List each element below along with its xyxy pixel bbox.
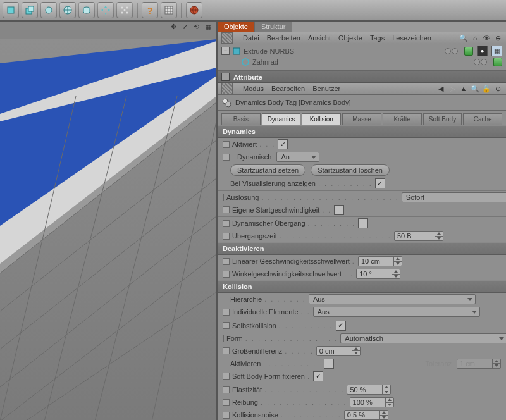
viewport-3d[interactable]: ✥ ⤢ ⟲ ▦ bbox=[0, 22, 218, 420]
menu-lesezeichen[interactable]: Lesezeichen bbox=[392, 34, 431, 42]
tree-row-extrude[interactable]: − Extrude-NURBS ● ▦ bbox=[221, 46, 502, 56]
tool-gear[interactable] bbox=[40, 2, 57, 18]
tab-kraefte[interactable]: Kräfte bbox=[383, 113, 422, 125]
tab-softbody[interactable]: Soft Body bbox=[423, 113, 462, 125]
tool-move[interactable] bbox=[97, 2, 114, 18]
tab-struktur[interactable]: Struktur bbox=[255, 22, 293, 32]
dropdown-form[interactable]: Automatisch bbox=[340, 333, 506, 343]
field-reibung[interactable]: 100 % bbox=[350, 397, 394, 407]
anim-dot[interactable] bbox=[223, 309, 230, 316]
visibility-dots[interactable] bbox=[474, 59, 487, 65]
extrude-icon bbox=[232, 47, 241, 56]
search-icon[interactable]: 🔍 bbox=[459, 34, 468, 42]
fwd-icon[interactable]: ▷ bbox=[448, 84, 457, 93]
tool-globe[interactable] bbox=[59, 2, 76, 18]
vp-zoom-icon[interactable]: ⤢ bbox=[182, 23, 191, 32]
tree-label[interactable]: Zahnrad bbox=[252, 58, 278, 66]
tree-label[interactable]: Extrude-NURBS bbox=[244, 47, 294, 55]
tab-basis[interactable]: Basis bbox=[221, 113, 261, 125]
dynamics-tag-icon[interactable]: ● bbox=[477, 46, 488, 56]
attr-menu-modus[interactable]: Modus bbox=[243, 85, 264, 92]
btn-start-clear[interactable]: Startzustand löschen bbox=[311, 164, 390, 176]
enable-check-icon[interactable] bbox=[464, 47, 473, 56]
search-icon[interactable]: 🔍 bbox=[471, 84, 479, 93]
toolbar-sep2 bbox=[181, 3, 182, 18]
back-icon[interactable]: ◀ bbox=[436, 84, 445, 93]
tool-tube[interactable] bbox=[78, 2, 95, 18]
tab-dynamics[interactable]: Dynamics bbox=[262, 113, 301, 125]
dock-grip-icon[interactable] bbox=[221, 83, 233, 94]
header-toggle[interactable] bbox=[221, 73, 230, 81]
btn-start-set[interactable]: Startzustand setzen bbox=[230, 164, 305, 176]
checkbox-eigene-start[interactable] bbox=[334, 205, 344, 215]
label-aktiviert: Aktiviert bbox=[232, 140, 257, 148]
vp-pan-icon[interactable]: ✥ bbox=[171, 23, 180, 32]
home-icon[interactable]: ⌂ bbox=[471, 34, 479, 42]
anim-dot[interactable] bbox=[223, 220, 230, 227]
render-tag-icon[interactable]: ▦ bbox=[491, 46, 502, 56]
vp-rotate-icon[interactable]: ⟲ bbox=[194, 23, 202, 32]
tab-cache[interactable]: Cache bbox=[463, 113, 502, 125]
checkbox-selbst[interactable] bbox=[336, 321, 346, 331]
checkbox-vis[interactable] bbox=[375, 178, 385, 188]
group-kollision: Kollision bbox=[218, 280, 506, 293]
tool-cube[interactable] bbox=[3, 2, 19, 18]
field-winkel-schwell[interactable]: 10 ° bbox=[356, 269, 400, 279]
dropdown-ausloesung[interactable]: Sofort bbox=[402, 192, 506, 202]
tree-row-zahnrad[interactable]: Zahnrad bbox=[221, 56, 502, 67]
eye-icon[interactable]: 👁 bbox=[482, 34, 491, 42]
tool-dots[interactable] bbox=[116, 2, 133, 18]
tool-help[interactable]: ? bbox=[142, 2, 158, 18]
checkbox-koll-aktivieren[interactable] bbox=[324, 359, 334, 369]
anim-dot[interactable] bbox=[223, 373, 230, 380]
tool-world[interactable] bbox=[186, 2, 202, 18]
field-elast[interactable]: 50 % bbox=[347, 385, 391, 395]
expand-icon[interactable]: − bbox=[221, 47, 230, 55]
field-uebergangszeit[interactable]: 50 B bbox=[394, 231, 443, 241]
dropdown-dynamisch[interactable]: An bbox=[276, 152, 319, 162]
tab-objekte[interactable]: Objekte bbox=[218, 22, 255, 32]
menu-ansicht[interactable]: Ansicht bbox=[308, 34, 331, 42]
menu-bearbeiten[interactable]: Bearbeiten bbox=[267, 34, 300, 42]
dropdown-hierarchie[interactable]: Aus bbox=[309, 294, 476, 304]
field-groesse[interactable]: 0 cm bbox=[316, 346, 361, 356]
anim-dot[interactable] bbox=[223, 386, 230, 393]
tool-cube2[interactable] bbox=[22, 2, 38, 18]
anim-dot[interactable] bbox=[223, 194, 224, 201]
anim-dot[interactable] bbox=[223, 258, 230, 265]
checkbox-dyn-uebergang[interactable] bbox=[358, 218, 368, 228]
menu-datei[interactable]: Datei bbox=[243, 34, 259, 42]
vp-layout-icon[interactable]: ▦ bbox=[205, 23, 214, 32]
anim-dot[interactable] bbox=[223, 206, 230, 213]
tab-masse[interactable]: Masse bbox=[342, 113, 381, 125]
up-icon[interactable]: ▲ bbox=[459, 84, 468, 93]
checkbox-aktiviert[interactable] bbox=[278, 139, 288, 149]
dock-grip-icon[interactable] bbox=[221, 32, 233, 44]
anim-dot[interactable] bbox=[223, 399, 230, 406]
tool-table[interactable] bbox=[161, 2, 177, 18]
field-noise[interactable]: 0.5 % bbox=[344, 410, 388, 420]
visibility-dots[interactable] bbox=[445, 48, 458, 54]
dropdown-individuelle[interactable]: Aus bbox=[313, 307, 480, 317]
lock-icon[interactable]: 🔒 bbox=[482, 84, 491, 93]
checkbox-softbody-fix[interactable] bbox=[313, 371, 323, 381]
anim-dot[interactable] bbox=[223, 322, 230, 329]
anim-dot[interactable] bbox=[223, 347, 230, 354]
field-lin-schwell[interactable]: 10 cm bbox=[358, 256, 402, 266]
menu-tags[interactable]: Tags bbox=[370, 34, 385, 42]
attribute-title: Attribute bbox=[233, 73, 262, 81]
attr-menu-benutzer[interactable]: Benutzer bbox=[312, 85, 340, 92]
tab-kollision[interactable]: Kollision bbox=[302, 113, 341, 125]
anim-dot[interactable] bbox=[223, 412, 230, 419]
anim-dot[interactable] bbox=[223, 154, 230, 161]
enable-check-icon[interactable] bbox=[493, 58, 502, 66]
plus-icon[interactable]: ⊕ bbox=[493, 34, 502, 42]
anim-dot[interactable] bbox=[223, 141, 230, 148]
svg-point-7 bbox=[126, 7, 128, 9]
attr-menu-bearbeiten[interactable]: Bearbeiten bbox=[271, 85, 305, 92]
anim-dot[interactable] bbox=[223, 335, 224, 342]
anim-dot[interactable] bbox=[223, 233, 230, 240]
new-icon[interactable]: ⊕ bbox=[493, 84, 502, 93]
menu-objekte[interactable]: Objekte bbox=[338, 34, 362, 42]
anim-dot[interactable] bbox=[223, 271, 230, 278]
